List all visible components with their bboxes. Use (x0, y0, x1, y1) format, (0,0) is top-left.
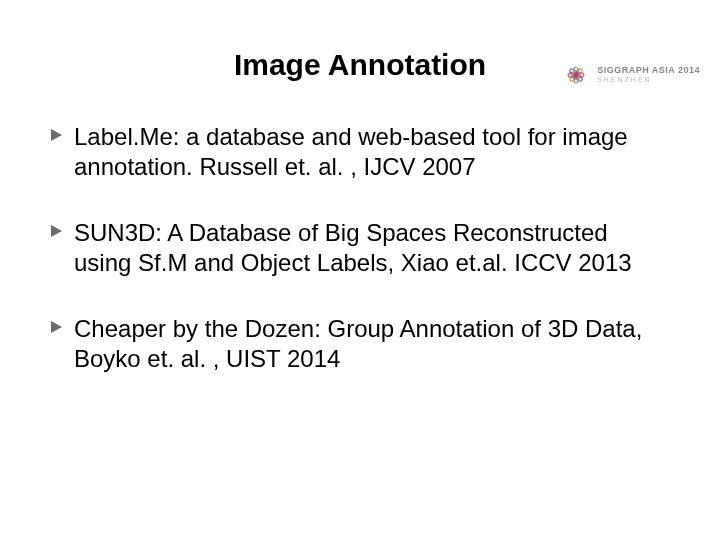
svg-marker-5 (51, 129, 62, 141)
svg-marker-7 (51, 321, 62, 333)
slide: SIGGRAPH ASIA 2014 SHENZHEN Image Annota… (0, 48, 720, 540)
bullet-text: Cheaper by the Dozen: Group Annotation o… (74, 314, 670, 374)
triangle-bullet-icon (50, 224, 64, 238)
event-logo: SIGGRAPH ASIA 2014 SHENZHEN (561, 60, 700, 90)
list-item: Cheaper by the Dozen: Group Annotation o… (50, 314, 670, 374)
logo-line1: SIGGRAPH ASIA 2014 (597, 66, 700, 76)
triangle-bullet-icon (50, 320, 64, 334)
logo-line2: SHENZHEN (597, 76, 700, 84)
triangle-bullet-icon (50, 128, 64, 142)
bullet-text: Label.Me: a database and web-based tool … (74, 122, 670, 182)
list-item: SUN3D: A Database of Big Spaces Reconstr… (50, 218, 670, 278)
svg-marker-6 (51, 225, 62, 237)
logo-text: SIGGRAPH ASIA 2014 SHENZHEN (597, 66, 700, 84)
list-item: Label.Me: a database and web-based tool … (50, 122, 670, 182)
bullet-list: Label.Me: a database and web-based tool … (50, 122, 670, 374)
bullet-text: SUN3D: A Database of Big Spaces Reconstr… (74, 218, 670, 278)
flower-icon (561, 60, 591, 90)
